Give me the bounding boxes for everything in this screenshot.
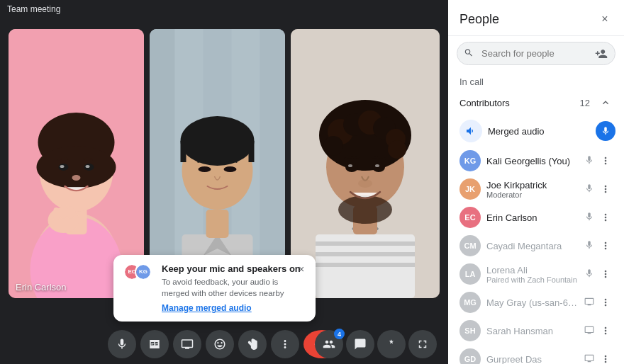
participant-mic-icon <box>584 183 594 195</box>
svg-rect-15 <box>68 206 74 219</box>
participant-more-button[interactable] <box>596 207 615 227</box>
svg-rect-33 <box>316 263 415 267</box>
participant-more-button[interactable] <box>596 264 615 284</box>
participant-mic-icon <box>584 353 594 365</box>
svg-point-49 <box>375 164 379 167</box>
participant-name: Sarah Hansman <box>486 326 579 336</box>
participant-row[interactable]: SH Sarah Hansman <box>448 317 624 345</box>
toast-title: Keep your mic and speakers on <box>162 263 306 274</box>
participant-actions <box>584 207 615 227</box>
svg-point-47 <box>372 162 385 172</box>
search-bar-container <box>457 42 615 65</box>
participant-more-button[interactable] <box>596 349 615 364</box>
participant-mic-icon <box>584 268 594 280</box>
svg-point-24 <box>181 116 255 166</box>
participant-mic-icon <box>584 212 594 224</box>
participant-info: Gurpreet Das <box>486 354 579 365</box>
raise-hand-button[interactable] <box>238 330 267 358</box>
participant-sub: Moderator <box>486 190 579 199</box>
toast-action-link[interactable]: Manage merged audio <box>162 303 306 313</box>
participant-actions <box>584 236 615 256</box>
toast-close-button[interactable]: × <box>294 262 308 276</box>
participant-avatar: JK <box>459 178 481 200</box>
mic-button[interactable] <box>108 330 136 358</box>
toast-avatar-2: KG <box>135 263 152 280</box>
participant-more-button[interactable] <box>596 236 615 256</box>
participant-row[interactable]: JK Joe Kirkpatrick Moderator <box>448 175 624 203</box>
svg-rect-13 <box>54 207 60 220</box>
participant-actions <box>584 264 615 284</box>
panel-title: People <box>459 12 499 27</box>
participant-actions <box>584 179 615 199</box>
participant-more-button[interactable] <box>596 321 615 341</box>
panel-close-button[interactable]: × <box>594 8 615 30</box>
svg-rect-14 <box>61 205 67 219</box>
participant-avatar: MG <box>459 292 481 313</box>
participant-more-button[interactable] <box>596 151 615 171</box>
participant-name: Lorena Ali <box>486 265 579 275</box>
svg-point-44 <box>388 140 406 159</box>
svg-point-48 <box>348 164 352 167</box>
more-button[interactable] <box>271 330 299 358</box>
participants-list: KG Kali Georgellis (You) JK Joe Kirkpatr… <box>448 147 624 364</box>
participant-actions <box>584 151 615 171</box>
participant-row[interactable]: EC Erin Carlson <box>448 203 624 232</box>
participant-row[interactable]: LA Lorena Ali Paired with Zach Fountain <box>448 260 624 288</box>
participant-info: Erin Carlson <box>486 212 579 223</box>
svg-rect-25 <box>181 141 186 162</box>
svg-point-10 <box>86 165 90 168</box>
expand-button[interactable] <box>408 330 437 358</box>
participant-info: May Gray (us-san-6420) <box>486 297 579 308</box>
participant-avatar: KG <box>459 150 481 171</box>
participant-info: Joe Kirkpatrick Moderator <box>486 180 579 199</box>
contributors-label: Contributors <box>459 98 580 108</box>
participant-info: Kali Georgellis (You) <box>486 156 579 166</box>
participant-sub: Paired with Zach Fountain <box>486 275 579 284</box>
participant-avatar: CM <box>459 235 481 256</box>
participant-more-button[interactable] <box>596 292 615 312</box>
participant-info: Cayadi Megantara <box>486 241 579 251</box>
tile-1-label: Erin Carlson <box>16 282 67 292</box>
meeting-title: Team meeting <box>7 4 60 14</box>
merged-audio-active-indicator <box>596 121 615 141</box>
chat-button[interactable] <box>346 330 374 358</box>
svg-rect-22 <box>206 210 229 238</box>
svg-point-11 <box>72 175 81 181</box>
participant-avatar: SH <box>459 320 481 341</box>
svg-rect-26 <box>249 141 255 162</box>
toast-content: Keep your mic and speakers on To avoid f… <box>162 263 306 313</box>
participant-info: Lorena Ali Paired with Zach Fountain <box>486 265 579 284</box>
activities-button[interactable] <box>377 330 406 358</box>
participant-row[interactable]: GD Gurpreet Das <box>448 345 624 364</box>
participant-mic-icon <box>584 240 594 252</box>
svg-point-45 <box>338 195 392 224</box>
toast-desc: To avoid feedback, your audio is merged … <box>162 276 306 299</box>
reactions-button[interactable] <box>206 330 234 358</box>
svg-point-28 <box>224 166 237 172</box>
contributors-collapse-button[interactable] <box>596 93 615 113</box>
participant-row[interactable]: MG May Gray (us-san-6420) <box>448 288 624 317</box>
participant-name: Joe Kirkpatrick <box>486 180 579 190</box>
toolbar: 4 <box>0 324 448 364</box>
contributors-count: 12 <box>580 98 590 108</box>
add-person-button[interactable] <box>591 44 611 64</box>
participant-mic-icon <box>584 297 594 309</box>
participant-row[interactable]: CM Cayadi Megantara <box>448 232 624 260</box>
participant-mic-icon <box>584 155 594 167</box>
in-call-label: In call <box>448 71 624 90</box>
people-badge: 4 <box>334 329 345 339</box>
captions-button[interactable] <box>140 330 169 358</box>
participant-actions <box>584 349 615 364</box>
participant-info: Sarah Hansman <box>486 326 579 336</box>
merged-audio-row: Merged audio <box>448 115 624 147</box>
participant-more-button[interactable] <box>596 179 615 199</box>
participant-actions <box>584 292 615 312</box>
panel-header: People × <box>448 0 624 36</box>
present-button[interactable] <box>173 330 201 358</box>
participant-row[interactable]: KG Kali Georgellis (You) <box>448 147 624 175</box>
participant-mic-icon <box>584 325 594 337</box>
participant-name: May Gray (us-san-6420) <box>486 297 579 308</box>
participant-avatar: LA <box>459 263 481 285</box>
participant-avatar: GD <box>459 348 481 364</box>
people-button[interactable]: 4 <box>315 330 343 358</box>
